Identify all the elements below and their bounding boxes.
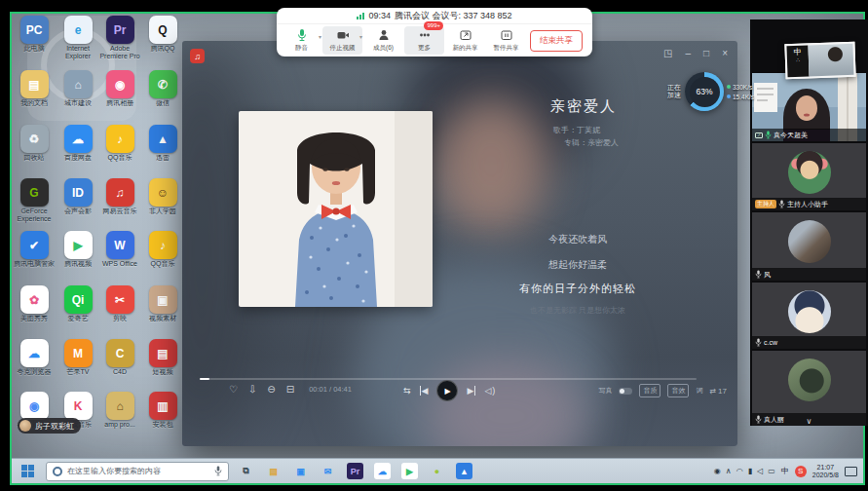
speed-ball-overlay[interactable]: 正在加速 63% 330K/s 15.4K/s	[666, 72, 754, 111]
desktop-icon-recycle-bin[interactable]: ♻回收站	[13, 125, 56, 162]
effect-chip[interactable]: 音效	[667, 384, 689, 397]
play-button[interactable]: ▶	[436, 380, 458, 401]
icon-label: 非人学园	[141, 208, 184, 215]
start-button[interactable]	[18, 462, 37, 481]
participant-tile[interactable]: ↗真今天超美	[752, 73, 866, 141]
quality-chip[interactable]: 音质	[639, 384, 660, 397]
participant-name-bar: c.cw	[752, 336, 866, 349]
search-box[interactable]: 在这里输入你要搜索的内容	[46, 462, 229, 481]
photo-toggle[interactable]	[619, 388, 632, 395]
icon-label: Adobe Premiere Pro	[98, 45, 141, 60]
participant-tile[interactable]: 主持人主持人小助手	[752, 143, 866, 210]
close-icon[interactable]: ×	[722, 48, 728, 59]
dislike-icon[interactable]: ⊖	[267, 384, 275, 395]
taskbar-app-mail[interactable]: ✉	[320, 463, 336, 479]
gauge-ring: 63%	[685, 72, 724, 111]
previous-track-icon[interactable]: ◀	[420, 386, 429, 396]
members-button[interactable]: 成员(6)	[363, 26, 403, 55]
desktop-icon-amp-project[interactable]: ⌂amp pro...	[98, 392, 141, 429]
minimize-icon[interactable]: –	[686, 48, 692, 59]
desktop-icon-jianying[interactable]: ✂剪映	[98, 285, 141, 322]
participant-tile[interactable]: c.cw	[752, 283, 866, 349]
chevron-down-icon[interactable]: ▾	[319, 33, 321, 40]
desktop-icon-qq-music-2[interactable]: ♪QQ音乐	[141, 231, 184, 268]
desktop-icon-wps-office[interactable]: WWPS Office	[98, 231, 141, 268]
taskbar-app-app-ball[interactable]: ●	[429, 463, 445, 479]
tencent-album-icon: ◉	[106, 70, 134, 98]
desktop-icon-red-installer[interactable]: ▥安装包	[141, 392, 184, 429]
city-photo-icon: ⌂	[64, 70, 93, 98]
participant-tile[interactable]: 真人丽∨	[752, 351, 866, 426]
taskbar-app-file-explorer[interactable]: ▤	[265, 463, 282, 479]
thumbnail-tooltip: 房子双彩虹	[18, 418, 81, 434]
mute-button[interactable]: 静音▾	[282, 26, 321, 55]
desktop-icon-video-studio[interactable]: ID会声会影	[57, 178, 99, 215]
desktop-icon-thunder[interactable]: ▲迅雷	[141, 125, 184, 162]
people-icon[interactable]: ◉	[714, 467, 721, 475]
desktop-icon-documents-folder[interactable]: ▤我的文档	[13, 70, 56, 107]
volume-icon[interactable]: ◁	[484, 386, 495, 396]
taskbar-app-thunder[interactable]: ▲	[456, 463, 472, 479]
taskbar-app-task-view[interactable]: ⧉	[238, 463, 254, 479]
taskbar-clock[interactable]: 21:07 2020/5/8	[812, 464, 839, 479]
music-player-window: ♫ ◳ – □ ×	[182, 41, 737, 446]
chevron-up-icon[interactable]: ∧	[726, 467, 732, 475]
desktop-icon-tencent-album[interactable]: ◉腾讯相册	[98, 70, 141, 107]
desktop-icon-geforce-experience[interactable]: GGeForce Experience	[13, 178, 56, 223]
desktop-icon-premiere-pro[interactable]: PrAdobe Premiere Pro	[98, 16, 141, 60]
desktop-icon-city-photo[interactable]: ⌂城市建设	[57, 70, 99, 107]
next-track-icon[interactable]: ▶	[467, 386, 475, 396]
like-icon[interactable]: ♡	[229, 384, 238, 395]
desktop-icon-baidu-netdisk[interactable]: ☁百度网盘	[57, 125, 99, 162]
desktop-icon-video-file[interactable]: ▣视频素材	[141, 285, 184, 322]
amp-project-icon: ⌂	[106, 392, 134, 420]
action-center-icon[interactable]	[845, 467, 857, 476]
desktop-icon-meitu[interactable]: ✿美图秀秀	[13, 285, 56, 322]
desktop-icon-red-app[interactable]: ▤短视频	[141, 339, 184, 376]
icon-label: 夸克浏览器	[13, 368, 56, 376]
desktop-icon-quark-browser[interactable]: ☁夸克浏览器	[13, 339, 56, 376]
player-right-controls: 写真 音质 音效 词 ⇄ 17	[598, 384, 727, 397]
input-language-indicator[interactable]: 中	[781, 466, 789, 476]
desktop-icon-wechat[interactable]: ✆微信	[141, 70, 184, 107]
loop-icon[interactable]: ⇆	[403, 386, 411, 396]
download-icon[interactable]: ⇩	[248, 384, 256, 395]
desktop-icon-game-app[interactable]: ☺非人学园	[141, 178, 184, 215]
album-line[interactable]: 专辑：亲密爱人	[564, 137, 619, 148]
pause-share-button[interactable]: 暂停共享	[486, 26, 526, 55]
desktop-icon-netease-music[interactable]: ♫网易云音乐	[98, 178, 141, 215]
desktop-icon-pc-manager[interactable]: ✔腾讯电脑管家	[13, 231, 56, 268]
taskbar-app-quark[interactable]: ☁	[374, 463, 391, 479]
touch-keyboard-icon[interactable]: ▭	[768, 467, 775, 475]
volume-icon[interactable]: ◁	[757, 467, 763, 475]
fullscreen-icon[interactable]: ◳	[663, 48, 672, 59]
desktop-icon-iqiyi[interactable]: Qi爱奇艺	[57, 285, 99, 322]
new-share-button[interactable]: 新的共享	[445, 26, 485, 55]
collapse-chevron-icon[interactable]: ∨	[807, 417, 812, 426]
search-mic-icon[interactable]	[214, 466, 222, 476]
taskbar-app-ms-store[interactable]: ▣	[292, 463, 309, 479]
taskbar-app-premiere[interactable]: Pr	[347, 463, 363, 479]
maximize-icon[interactable]: □	[703, 48, 709, 59]
participant-tile[interactable]: 风	[752, 212, 866, 281]
desktop-icon-this-pc[interactable]: PC此电脑	[13, 16, 56, 53]
desktop-lyric-button[interactable]: 词	[696, 386, 702, 396]
desktop-icon-mango-tv[interactable]: M芒果TV	[57, 339, 99, 376]
taskbar-app-tencent-video[interactable]: ▶	[401, 463, 418, 479]
chevron-down-icon[interactable]: ▾	[359, 33, 362, 40]
desktop-icon-c4d[interactable]: CC4D	[98, 339, 141, 376]
sogou-ime-icon[interactable]: S	[795, 466, 807, 477]
desktop-icon-qq[interactable]: Q腾讯QQ	[141, 16, 184, 53]
battery-icon[interactable]: ▮	[748, 467, 752, 475]
playlist-button[interactable]: ⇄ 17	[709, 387, 727, 396]
stop-video-button[interactable]: 停止视频▾	[322, 26, 362, 55]
desktop-icon-internet-explorer[interactable]: eInternet Explorer	[57, 16, 99, 60]
desktop-icon-qq-music[interactable]: ♪QQ音乐	[98, 125, 141, 162]
more-button[interactable]: 更多999+	[404, 26, 444, 55]
qq-icon: Q	[149, 16, 177, 44]
end-share-button[interactable]: 结束共享	[530, 30, 583, 52]
desktop-icon-tencent-video[interactable]: ▶腾讯视频	[57, 231, 99, 268]
comment-icon[interactable]: ⊟	[286, 384, 294, 395]
artist-line[interactable]: 歌手：丁芙妮	[553, 125, 600, 135]
wifi-icon[interactable]: ◠	[736, 467, 743, 475]
